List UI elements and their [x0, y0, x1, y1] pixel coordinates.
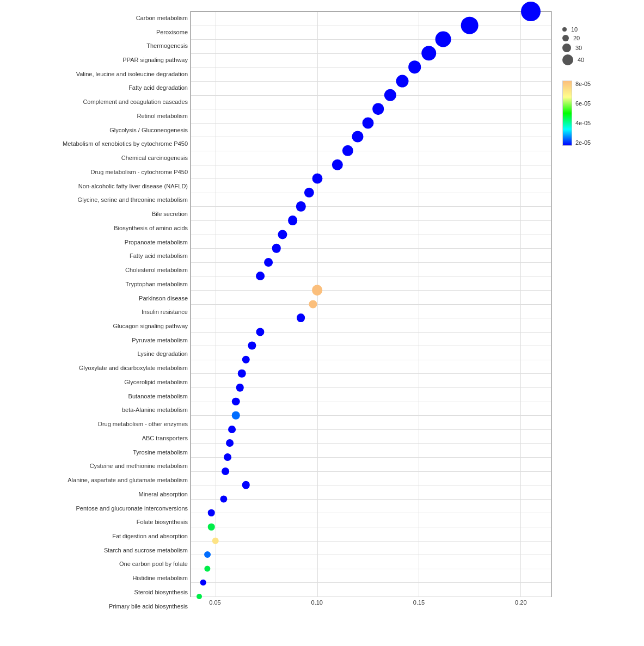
- padjust-label: 6e-05: [575, 100, 591, 107]
- x-tick-label: 0.10: [311, 599, 323, 606]
- grid-line-horizontal: [191, 179, 551, 179]
- count-value: 10: [571, 26, 578, 33]
- data-dot: [238, 370, 246, 378]
- data-dot: [197, 594, 202, 599]
- data-dot: [222, 467, 230, 475]
- grid-line-horizontal: [191, 541, 551, 542]
- data-dot: [204, 551, 211, 558]
- grid-line-horizontal: [191, 429, 551, 430]
- data-dot: [312, 285, 323, 296]
- y-label-item: Glycine, serine and threonine metabolism: [16, 196, 188, 203]
- data-dot: [309, 300, 317, 308]
- y-label-item: Cysteine and methionine metabolism: [16, 463, 188, 469]
- grid-line-horizontal: [191, 109, 551, 109]
- grid-line-horizontal: [191, 415, 551, 416]
- plot-area: [191, 11, 551, 597]
- data-dot: [272, 244, 281, 253]
- y-label-item: beta-Alanine metabolism: [16, 407, 188, 413]
- x-tick-label: 0.05: [209, 599, 220, 606]
- data-dot: [342, 145, 353, 156]
- data-dot: [226, 440, 234, 447]
- y-label-item: Lysine degradation: [16, 350, 188, 357]
- grid-line-horizontal: [191, 220, 551, 221]
- y-label-item: Glycerolipid metabolism: [16, 379, 188, 385]
- y-label-item: Biosynthesis of amino acids: [16, 225, 188, 231]
- grid-line-horizontal: [191, 235, 551, 235]
- grid-line-horizontal: [191, 402, 551, 402]
- data-dot: [461, 16, 479, 34]
- y-label-item: One carbon pool by folate: [16, 561, 188, 567]
- y-label-item: Glucagon signaling pathway: [16, 323, 188, 329]
- padjust-label: 4e-05: [575, 120, 591, 126]
- data-dot: [372, 103, 384, 115]
- y-label-item: Insulin resistance: [16, 309, 188, 315]
- padjust-label: 8e-05: [575, 81, 591, 87]
- count-value: 20: [573, 35, 580, 41]
- y-label-item: Mineral absorption: [16, 491, 188, 497]
- count-legend-items: 10203040: [562, 26, 639, 65]
- grid-line-horizontal: [191, 151, 551, 151]
- grid-line-horizontal: [191, 95, 551, 96]
- data-dot: [200, 580, 206, 586]
- y-label-item: Parkinson disease: [16, 295, 188, 302]
- data-dot: [236, 384, 244, 392]
- padjust-labels: 8e-056e-054e-052e-05: [575, 81, 591, 146]
- data-dot: [212, 537, 219, 544]
- data-dot: [224, 453, 231, 461]
- data-dot: [288, 216, 298, 225]
- data-dot: [384, 89, 396, 101]
- data-dot: [256, 328, 264, 336]
- count-circle: [562, 44, 571, 52]
- data-dot: [248, 342, 256, 350]
- data-dot: [408, 61, 421, 74]
- data-dot: [421, 46, 437, 61]
- y-label-item: Steroid biosynthesis: [16, 589, 188, 595]
- y-label-item: Glyoxylate and dicarboxylate metabolism: [16, 365, 188, 371]
- data-dot: [208, 509, 215, 516]
- y-label-item: Butanoate metabolism: [16, 393, 188, 399]
- grid-line-horizontal: [191, 304, 551, 305]
- y-label-item: Alanine, aspartate and glutamate metabol…: [16, 477, 188, 483]
- chart-container: Carbon metabolismPeroxisomeThermogenesis…: [0, 0, 644, 646]
- y-label-item: Fatty acid degradation: [16, 84, 188, 91]
- grid-line-horizontal: [191, 387, 551, 388]
- y-label-item: Valine, leucine and isoleucine degradati…: [16, 71, 188, 77]
- x-tick-label: 0.20: [515, 599, 526, 606]
- grid-line-horizontal: [191, 39, 551, 40]
- data-dot: [362, 117, 373, 128]
- y-label-item: Primary bile acid biosynthesis: [16, 603, 188, 610]
- data-dot: [228, 426, 236, 433]
- y-label-item: Fat digestion and absorption: [16, 533, 188, 539]
- grid-line-horizontal: [191, 596, 551, 597]
- grid-line-horizontal: [191, 165, 551, 165]
- x-axis-area: 0.050.100.150.20: [191, 597, 551, 613]
- grid-line-horizontal: [191, 499, 551, 500]
- data-dot: [297, 313, 305, 322]
- data-dot: [436, 32, 451, 47]
- y-label-item: Fatty acid metabolism: [16, 253, 188, 259]
- data-dot: [256, 272, 265, 280]
- y-label-item: Drug metabolism - cytochrome P450: [16, 169, 188, 175]
- data-dot: [242, 356, 250, 364]
- y-label-item: Cholesterol metabolism: [16, 267, 188, 273]
- grid-line-horizontal: [191, 26, 551, 26]
- grid-line-horizontal: [191, 290, 551, 291]
- grid-line-horizontal: [191, 67, 551, 67]
- data-dot: [332, 159, 343, 170]
- data-dot: [296, 201, 305, 211]
- y-label-item: Thermogenesis: [16, 42, 188, 49]
- data-dot: [304, 188, 314, 198]
- count-legend-item: 40: [562, 54, 639, 65]
- data-dot: [208, 524, 215, 531]
- padjust-label: 2e-05: [575, 139, 591, 146]
- count-circle: [562, 54, 573, 65]
- grid-line-horizontal: [191, 569, 551, 569]
- count-circle: [562, 27, 567, 32]
- y-label-item: Tyrosine metabolism: [16, 449, 188, 456]
- y-label-item: Drug metabolism - other enzymes: [16, 421, 188, 427]
- y-label-item: Starch and sucrose metabolism: [16, 547, 188, 553]
- legend: 10203040 8e-056e-054e-052e-05: [551, 11, 639, 613]
- plot-and-legend: 0.050.100.150.20 10203040: [191, 11, 639, 613]
- y-label-item: Pentose and glucuronate interconversions: [16, 505, 188, 512]
- grid-line-horizontal: [191, 276, 551, 276]
